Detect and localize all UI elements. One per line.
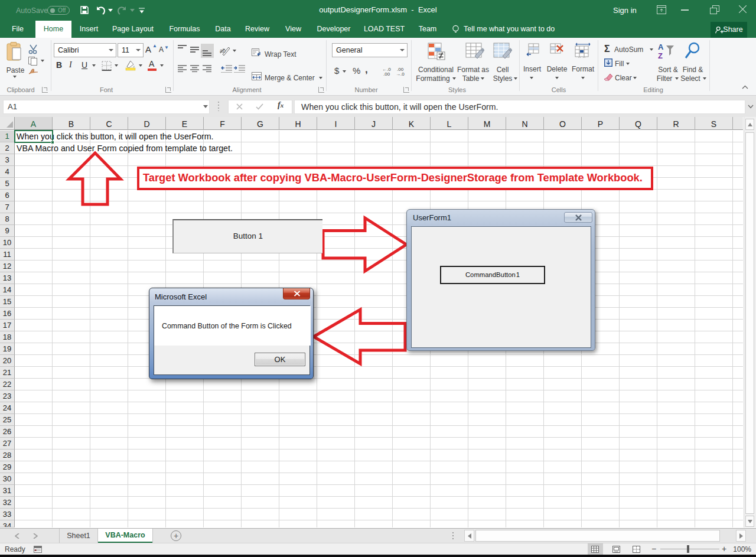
svg-text:Z: Z — [658, 51, 663, 60]
svg-text:ab: ab — [220, 48, 226, 54]
svg-text:→.0: →.0 — [396, 71, 405, 76]
svg-text:A: A — [658, 43, 664, 51]
svg-text:.00: .00 — [383, 71, 390, 76]
